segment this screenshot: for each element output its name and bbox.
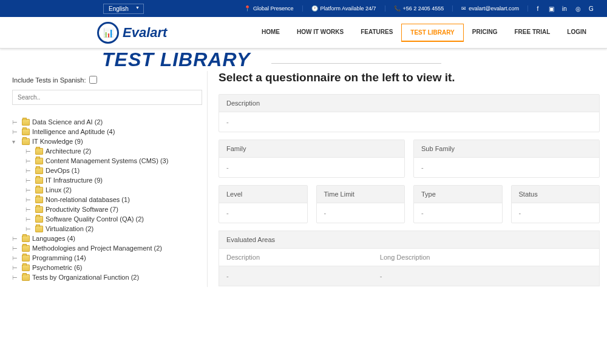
type-value: -: [414, 203, 502, 223]
nav-test-library[interactable]: TEST LIBRARY: [401, 24, 463, 42]
tree-connector-icon: ⊢: [25, 177, 33, 184]
folder-icon: [22, 119, 30, 126]
instagram-icon[interactable]: ◎: [574, 5, 582, 12]
tree-item[interactable]: ⊢Content Management Systems (CMS) (3): [12, 156, 202, 166]
nav-how-it-works[interactable]: HOW IT WORKS: [288, 24, 352, 42]
linkedin-icon[interactable]: in: [561, 5, 568, 12]
nav-home[interactable]: HOME: [253, 24, 288, 42]
level-value: -: [219, 203, 307, 223]
logo[interactable]: Evalart: [97, 22, 167, 44]
type-panel: Type -: [413, 185, 503, 223]
tree-connector-icon: ⊢: [12, 274, 19, 281]
search-input[interactable]: [12, 90, 202, 105]
tree-connector-icon: ⊢: [25, 226, 33, 232]
folder-icon: [35, 167, 43, 174]
main-panel: Select a questionnaire on the left to vi…: [208, 71, 600, 287]
timelimit-label: Time Limit: [317, 186, 405, 203]
description-panel: Description -: [219, 94, 600, 132]
topbar: English 📍Global Presence 🕐Platform Avail…: [0, 0, 607, 17]
tree-item[interactable]: ⊢Tests by Organizational Function (2): [12, 272, 202, 282]
top-link-presence[interactable]: 📍Global Presence: [236, 5, 303, 12]
description-label: Description: [219, 95, 599, 112]
tree-item[interactable]: ▾IT Knowledge (9): [12, 136, 202, 146]
tree-connector-icon: ⊢: [25, 148, 33, 155]
tree-label: Content Management Systems (CMS) (3): [46, 157, 168, 164]
eval-header: Evaluated Areas: [219, 231, 599, 249]
tree-label: IT Knowledge (9): [32, 138, 83, 145]
tree-label: Data Science and AI (2): [32, 118, 103, 126]
spanish-label: Include Tests in Spanish:: [12, 76, 86, 84]
tree-label: Methodologies and Project Management (2): [32, 244, 162, 252]
folder-icon: [22, 274, 30, 281]
tree-item[interactable]: ⊢Programming (14): [12, 253, 202, 263]
top-link-phone[interactable]: 📞+56 2 2405 4555: [385, 5, 453, 12]
nav-pricing[interactable]: PRICING: [464, 24, 506, 42]
tree-connector-icon: ▾: [12, 138, 19, 145]
tree-item[interactable]: ⊢Architecture (2): [12, 146, 202, 156]
status-panel: Status -: [511, 185, 600, 223]
top-link-email[interactable]: ✉evalart@evalart.com: [453, 5, 528, 12]
google-icon[interactable]: G: [588, 5, 595, 12]
family-panel: Family -: [219, 140, 405, 178]
level-label: Level: [219, 186, 307, 203]
folder-icon: [22, 129, 30, 135]
evaluated-areas-table: Evaluated Areas Description Long Descrip…: [219, 231, 600, 286]
eval-columns: Description Long Description: [219, 249, 599, 266]
description-value: -: [219, 112, 599, 132]
folder-icon: [22, 235, 30, 242]
tree-item[interactable]: ⊢DevOps (1): [12, 166, 202, 175]
tree-label: Linux (2): [46, 186, 72, 194]
eval-val-description: -: [226, 272, 380, 280]
tree-connector-icon: ⊢: [12, 265, 19, 271]
tree-connector-icon: ⊢: [25, 158, 33, 164]
tree-connector-icon: ⊢: [25, 197, 33, 203]
facebook-icon[interactable]: f: [534, 5, 541, 12]
tree-connector-icon: ⊢: [25, 216, 33, 223]
tree-item[interactable]: ⊢Virtualization (2): [12, 224, 202, 234]
tree-item[interactable]: ⊢Non-relational databases (1): [12, 195, 202, 204]
status-label: Status: [512, 186, 600, 203]
folder-icon: [35, 148, 43, 155]
tree-item[interactable]: ⊢Methodologies and Project Management (2…: [12, 243, 202, 253]
main-nav: HOMEHOW IT WORKSFEATURESTEST LIBRARYPRIC…: [253, 24, 595, 42]
tree-connector-icon: ⊢: [12, 245, 19, 252]
tree-item[interactable]: ⊢Software Quality Control (QA) (2): [12, 214, 202, 224]
social-icons: f ▣ in ◎ G: [534, 5, 595, 12]
tree-item[interactable]: ⊢Productivity Software (7): [12, 204, 202, 214]
eval-row: - -: [219, 266, 599, 286]
folder-icon: [22, 255, 30, 261]
family-label: Family: [219, 140, 404, 158]
twitter-icon[interactable]: ▣: [548, 5, 555, 12]
tree-label: Architecture (2): [46, 147, 91, 155]
tree-item[interactable]: ⊢Languages (4): [12, 234, 202, 243]
top-links: 📍Global Presence 🕐Platform Available 24/…: [236, 5, 595, 12]
header: Evalart HOMEHOW IT WORKSFEATURESTEST LIB…: [0, 17, 607, 49]
tree-label: Languages (4): [32, 235, 75, 242]
eval-col-long: Long Description: [380, 254, 430, 261]
family-value: -: [219, 158, 404, 177]
nav-login[interactable]: LOGIN: [558, 24, 595, 42]
tree-item[interactable]: ⊢Data Science and AI (2): [12, 117, 202, 127]
category-tree: ⊢Data Science and AI (2)⊢Intelligence an…: [12, 117, 202, 282]
spanish-checkbox[interactable]: [89, 76, 97, 84]
folder-icon: [22, 138, 30, 145]
tree-item[interactable]: ⊢Psychometric (6): [12, 263, 202, 272]
tree-connector-icon: ⊢: [12, 129, 19, 135]
sidebar: Include Tests in Spanish: ⊢Data Science …: [7, 71, 208, 287]
timelimit-value: -: [317, 203, 405, 223]
nav-features[interactable]: FEATURES: [352, 24, 401, 42]
phone-icon: 📞: [394, 5, 401, 12]
tree-item[interactable]: ⊢Linux (2): [12, 185, 202, 195]
language-select[interactable]: English: [103, 4, 144, 14]
page-title-row: TEST LIBRARY: [0, 49, 607, 71]
tree-connector-icon: ⊢: [25, 206, 33, 213]
tree-item[interactable]: ⊢Intelligence and Aptitude (4): [12, 127, 202, 136]
tree-label: Programming (14): [32, 254, 86, 261]
tree-connector-icon: ⊢: [12, 235, 19, 242]
tree-item[interactable]: ⊢IT Infrastructure (9): [12, 175, 202, 185]
main-heading: Select a questionnaire on the left to vi…: [219, 71, 600, 84]
tree-connector-icon: ⊢: [12, 255, 19, 261]
nav-free-trial[interactable]: FREE TRIAL: [506, 24, 558, 42]
folder-icon: [35, 187, 43, 194]
tree-label: Virtualization (2): [46, 225, 93, 232]
